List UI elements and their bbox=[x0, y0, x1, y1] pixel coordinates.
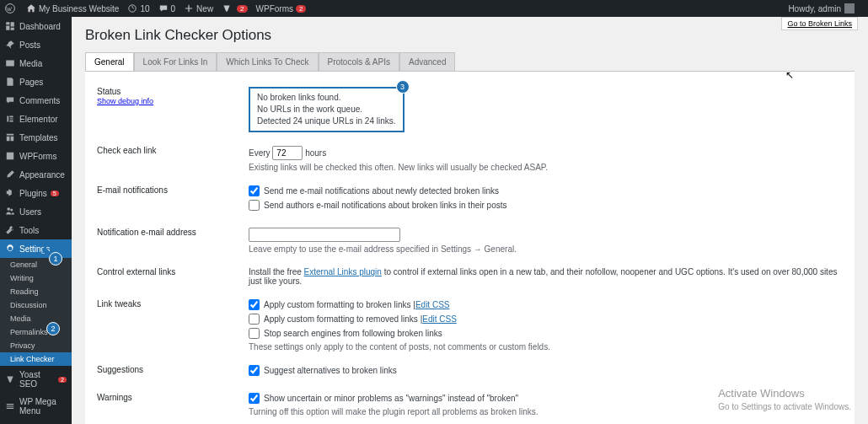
sidebar-item-appearance[interactable]: Appearance bbox=[0, 165, 72, 184]
sidebar-item-wpforms[interactable]: WPForms bbox=[0, 147, 72, 165]
comment-icon bbox=[158, 3, 169, 13]
wpforms-icon bbox=[5, 151, 15, 161]
check-each-link-label: Check each link bbox=[97, 146, 249, 172]
plus-icon bbox=[184, 3, 194, 13]
cursor-icon: ↖ bbox=[785, 69, 794, 81]
home-icon bbox=[26, 3, 36, 13]
wp-logo[interactable] bbox=[5, 3, 18, 13]
mega-icon bbox=[5, 401, 15, 411]
sidebar-item-elementor[interactable]: Elementor bbox=[0, 110, 72, 128]
new-content-link[interactable]: New bbox=[184, 3, 213, 13]
removed-format-checkbox[interactable] bbox=[249, 314, 260, 325]
external-links-plugin-link[interactable]: External Links plugin bbox=[304, 267, 382, 276]
edit-css-broken-link[interactable]: Edit CSS bbox=[415, 300, 450, 309]
sidebar-item-wp-mega-menu[interactable]: WP Mega Menu bbox=[0, 393, 72, 420]
sidebar-item-users[interactable]: Users bbox=[0, 202, 72, 221]
comments-link[interactable]: 0 bbox=[158, 3, 176, 13]
yoast-icon bbox=[222, 3, 232, 13]
go-to-broken-links-button[interactable]: Go to Broken Links bbox=[781, 17, 858, 30]
comment-icon bbox=[5, 95, 15, 105]
tab-which-links-to-check[interactable]: Which Links To Check bbox=[217, 52, 318, 71]
edit-css-removed-link[interactable]: Edit CSS bbox=[422, 314, 457, 324]
windows-watermark: Activate Windows Go to Settings to activ… bbox=[718, 387, 851, 412]
sidebar-item-yoast-seo[interactable]: Yoast SEO2 bbox=[0, 366, 72, 393]
wpforms-link[interactable]: WPForms2 bbox=[256, 4, 307, 13]
sidebar-subitem-reading[interactable]: Reading bbox=[0, 285, 72, 298]
notification-email-input[interactable] bbox=[249, 228, 400, 242]
tab-look-for-links-in[interactable]: Look For Links In bbox=[134, 52, 217, 71]
notification-address-label: Notification e-mail address bbox=[97, 228, 249, 254]
admin-bar: My Business Website 10 0 New 2 WPForms2 … bbox=[0, 0, 868, 17]
plugin-icon bbox=[5, 188, 15, 198]
suggestions-label: Suggestions bbox=[97, 365, 249, 379]
annotation-2: 2 bbox=[46, 322, 60, 335]
suggest-checkbox[interactable] bbox=[249, 365, 260, 376]
content-area: Broken Link Checker Options GeneralLook … bbox=[72, 17, 868, 424]
settings-icon bbox=[5, 244, 15, 254]
dash-icon bbox=[5, 21, 15, 31]
tab-protocols-apis[interactable]: Protocols & APIs bbox=[319, 52, 399, 71]
tools-icon bbox=[5, 225, 15, 235]
sidebar-item-tools[interactable]: Tools bbox=[0, 221, 72, 239]
status-label: Status bbox=[97, 87, 249, 96]
sidebar-subitem-link-checker[interactable]: Link Checker bbox=[0, 352, 72, 366]
admin-sidebar: DashboardPostsMediaPagesCommentsElemento… bbox=[0, 17, 72, 424]
avatar bbox=[844, 3, 855, 13]
template-icon bbox=[5, 132, 15, 142]
broken-format-checkbox[interactable] bbox=[249, 299, 260, 310]
sidebar-item-mega-menu[interactable]: Mega Menu bbox=[0, 420, 72, 424]
annotation-3: 3 bbox=[396, 80, 410, 94]
elementor-icon bbox=[5, 114, 15, 124]
sidebar-item-dashboard[interactable]: Dashboard bbox=[0, 17, 72, 35]
notify-me-checkbox[interactable] bbox=[249, 185, 260, 196]
sidebar-subitem-discussion[interactable]: Discussion bbox=[0, 298, 72, 312]
refresh-icon bbox=[127, 3, 137, 13]
email-notifications-label: E-mail notifications bbox=[97, 185, 249, 214]
updates-link[interactable]: 10 bbox=[127, 3, 149, 13]
sidebar-item-comments[interactable]: Comments bbox=[0, 91, 72, 110]
show-debug-link[interactable]: Show debug info bbox=[97, 97, 153, 105]
sidebar-item-media[interactable]: Media bbox=[0, 54, 72, 72]
brush-icon bbox=[5, 169, 15, 180]
external-links-label: Control external links bbox=[97, 267, 249, 286]
users-icon bbox=[5, 207, 15, 217]
options-tabs: GeneralLook For Links InWhich Links To C… bbox=[85, 52, 855, 72]
link-tweaks-label: Link tweaks bbox=[97, 299, 249, 352]
tab-general[interactable]: General bbox=[85, 52, 134, 71]
warnings-label: Warnings bbox=[97, 393, 249, 416]
status-box: No broken links found. No URLs in the wo… bbox=[249, 87, 405, 132]
notify-authors-checkbox[interactable] bbox=[249, 200, 260, 211]
howdy-account[interactable]: Howdy, admin bbox=[788, 3, 855, 13]
warnings-checkbox[interactable] bbox=[249, 393, 260, 404]
media-icon bbox=[5, 58, 15, 68]
page-icon bbox=[5, 77, 15, 87]
stop-search-checkbox[interactable] bbox=[249, 328, 260, 339]
check-interval-input[interactable] bbox=[272, 146, 303, 160]
yoast-link[interactable]: 2 bbox=[222, 3, 247, 13]
pin-icon bbox=[5, 40, 15, 50]
site-name-link[interactable]: My Business Website bbox=[26, 3, 119, 13]
page-title: Broken Link Checker Options bbox=[85, 27, 855, 44]
sidebar-subitem-writing[interactable]: Writing bbox=[0, 271, 72, 285]
annotation-1: 1 bbox=[49, 252, 62, 266]
sidebar-subitem-media[interactable]: Media bbox=[0, 312, 72, 325]
sidebar-item-posts[interactable]: Posts bbox=[0, 35, 72, 54]
sidebar-item-pages[interactable]: Pages bbox=[0, 72, 72, 91]
sidebar-subitem-permalinks[interactable]: Permalinks bbox=[0, 325, 72, 339]
sidebar-subitem-privacy[interactable]: Privacy bbox=[0, 339, 72, 352]
tab-advanced[interactable]: Advanced bbox=[399, 52, 455, 71]
sidebar-item-templates[interactable]: Templates bbox=[0, 128, 72, 147]
yoast-icon bbox=[5, 374, 15, 384]
sidebar-item-plugins[interactable]: Plugins5 bbox=[0, 184, 72, 202]
